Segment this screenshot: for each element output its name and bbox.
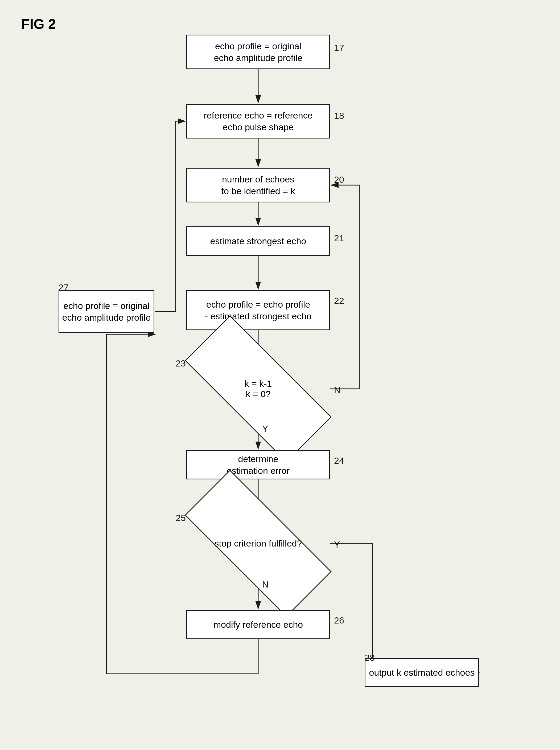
label-27: 27 <box>59 282 69 293</box>
label-25: 25 <box>176 513 186 523</box>
box27-text: echo profile = original echo amplitude p… <box>62 300 151 323</box>
label-17: 17 <box>334 43 344 53</box>
box28-text: output k estimated echoes <box>369 667 475 678</box>
box17-text: echo profile = original echo amplitude p… <box>214 40 303 64</box>
box18-text: reference echo = reference echo pulse sh… <box>204 110 312 133</box>
label-18: 18 <box>334 111 344 121</box>
page: FIG 2 <box>0 0 560 750</box>
box-27: echo profile = original echo amplitude p… <box>59 290 154 333</box>
box20-text: number of echoes to be identified = k <box>222 173 295 197</box>
box-17: echo profile = original echo amplitude p… <box>186 35 330 69</box>
fig-label: FIG 2 <box>21 16 56 32</box>
label-26: 26 <box>334 615 344 626</box>
box22-text: echo profile = echo profile - estimated … <box>205 299 312 322</box>
label-22: 22 <box>334 296 344 306</box>
label-21: 21 <box>334 233 344 243</box>
diamond25-text: stop criterion fulfilled? <box>214 538 302 549</box>
diamond25-y-label: Y <box>334 539 340 550</box>
diamond-25: stop criterion fulfilled? <box>186 511 330 575</box>
diamond25-n-label: N <box>262 579 269 590</box>
label-20: 20 <box>334 175 344 185</box>
label-28: 28 <box>365 653 375 663</box>
box-28: output k estimated echoes <box>365 658 479 687</box>
flowchart: echo profile = original echo amplitude p… <box>53 27 506 732</box>
box-21: estimate strongest echo <box>186 226 330 256</box>
diamond-23: k = k-1 k = 0? <box>186 357 330 421</box>
box24-text: determine estimation error <box>227 453 290 476</box>
label-23: 23 <box>176 358 186 369</box>
box-24: determine estimation error <box>186 450 330 479</box>
box-26: modify reference echo <box>186 610 330 639</box>
box-18: reference echo = reference echo pulse sh… <box>186 104 330 138</box>
diamond23-text: k = k-1 k = 0? <box>245 378 272 399</box>
diamond23-y-label: Y <box>262 423 268 434</box>
label-24: 24 <box>334 455 344 466</box>
box-22: echo profile = echo profile - estimated … <box>186 290 330 330</box>
box26-text: modify reference echo <box>213 619 303 630</box>
box-20: number of echoes to be identified = k <box>186 168 330 202</box>
box21-text: estimate strongest echo <box>210 235 306 247</box>
diamond23-n-label: N <box>334 385 341 395</box>
